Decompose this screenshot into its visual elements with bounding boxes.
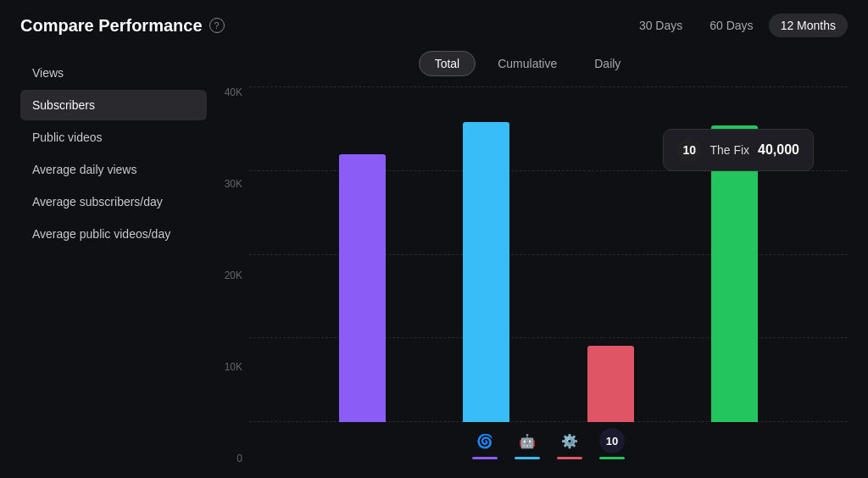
bar-group-2 <box>463 122 509 422</box>
time-btn-30days[interactable]: 30 Days <box>627 14 694 37</box>
bar-purple[interactable] <box>339 154 386 422</box>
bar-group-1 <box>339 154 386 422</box>
sidebar-item-subscribers[interactable]: Subscribers <box>20 90 207 120</box>
tooltip: 10 The Fix 40,000 <box>663 129 814 171</box>
bar-red[interactable] <box>587 346 634 422</box>
legend-icon-2: 🤖 <box>515 428 540 453</box>
info-icon[interactable]: ? <box>209 18 225 33</box>
legend-icon-4: 10 <box>599 428 625 453</box>
y-label-20k: 20K <box>225 270 242 281</box>
tooltip-logo-text: 10 <box>683 143 697 157</box>
tooltip-value: 40,000 <box>758 142 799 158</box>
legend-item-2[interactable]: 🤖 <box>515 428 540 459</box>
main-content: Total Cumulative Daily 40K 30K 20K 10K 0 <box>207 51 848 464</box>
sidebar: Views Subscribers Public videos Average … <box>20 51 207 464</box>
time-btn-60days[interactable]: 60 Days <box>698 14 765 37</box>
tab-cumulative[interactable]: Cumulative <box>482 51 572 76</box>
page-title: Compare Performance <box>20 16 203 36</box>
legend-line-3 <box>557 457 582 459</box>
time-btn-12months[interactable]: 12 Months <box>769 14 848 37</box>
content: Views Subscribers Public videos Average … <box>20 51 848 464</box>
sidebar-item-avg-public-videos-day[interactable]: Average public videos/day <box>20 219 207 249</box>
header-left: Compare Performance ? <box>20 16 225 36</box>
legend-icon-1: 🌀 <box>472 428 498 453</box>
legend-line-2 <box>515 457 540 459</box>
legend-item-4[interactable]: 10 <box>599 428 625 459</box>
tab-daily[interactable]: Daily <box>579 51 636 76</box>
y-label-30k: 30K <box>225 178 242 190</box>
y-label-0: 0 <box>236 453 242 464</box>
tooltip-logo: 10 <box>677 138 701 162</box>
time-filters: 30 Days 60 Days 12 Months <box>627 14 848 37</box>
chart-area: 40K 30K 20K 10K 0 <box>207 86 848 464</box>
sidebar-item-views[interactable]: Views <box>20 58 207 88</box>
tooltip-channel-name: The Fix <box>709 143 749 157</box>
sidebar-item-avg-daily-views[interactable]: Average daily views <box>20 154 207 185</box>
legend-icon-3: ⚙️ <box>557 428 582 453</box>
legend-line-4 <box>599 457 625 459</box>
bar-blue[interactable] <box>463 122 509 422</box>
app-container: Compare Performance ? 30 Days 60 Days 12… <box>0 0 868 478</box>
sidebar-item-avg-subscribers-day[interactable]: Average subscribers/day <box>20 186 207 217</box>
legend-line-1 <box>472 457 498 459</box>
legend-item-3[interactable]: ⚙️ <box>557 428 582 459</box>
y-axis: 40K 30K 20K 10K 0 <box>207 86 249 464</box>
tab-total[interactable]: Total <box>419 51 476 76</box>
bar-group-3 <box>587 346 634 422</box>
legend-item-1[interactable]: 🌀 <box>472 428 498 459</box>
y-label-40k: 40K <box>225 86 242 98</box>
chart-tabs: Total Cumulative Daily <box>207 51 848 76</box>
legend: 🌀 🤖 ⚙️ 10 <box>249 428 848 459</box>
y-label-10k: 10K <box>225 361 242 373</box>
header: Compare Performance ? 30 Days 60 Days 12… <box>20 14 848 37</box>
sidebar-item-public-videos[interactable]: Public videos <box>20 122 207 153</box>
